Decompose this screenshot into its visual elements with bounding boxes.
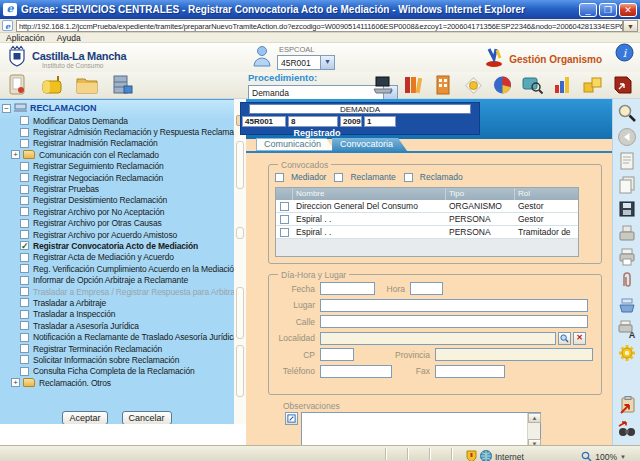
reclamado-checkbox[interactable]: [404, 173, 413, 182]
expand-icon[interactable]: +: [11, 378, 20, 387]
zoom-control[interactable]: 100% ▼: [581, 448, 626, 461]
provincia-input[interactable]: [435, 348, 593, 361]
mediador-checkbox[interactable]: [275, 173, 284, 182]
observaciones-textarea[interactable]: [302, 413, 527, 449]
puzzle-icon[interactable]: [580, 73, 606, 97]
checkbox[interactable]: [20, 321, 29, 330]
scrollbar-handle[interactable]: [236, 227, 244, 239]
attachment-icon[interactable]: [616, 270, 638, 291]
checkbox[interactable]: [20, 344, 29, 353]
find-return-icon[interactable]: [616, 418, 638, 439]
telefono-input[interactable]: [320, 365, 392, 378]
checkbox[interactable]: [20, 298, 29, 307]
tree-item[interactable]: Registrar Acta de Mediación y Acuerdo: [0, 252, 234, 263]
collapse-icon[interactable]: −: [2, 104, 11, 113]
tree-item[interactable]: Reg. Verificación Cumplimiento Acuerdo e…: [0, 263, 234, 274]
organization-building-icon[interactable]: [430, 73, 456, 97]
pie-chart-icon[interactable]: [490, 73, 516, 97]
tree-item[interactable]: Solicitar Información sobre Reclamación: [0, 354, 234, 365]
scanner-icon[interactable]: [616, 294, 638, 315]
tree-item[interactable]: Notificación a Reclamante de Traslado As…: [0, 331, 234, 342]
localidad-input[interactable]: [320, 332, 556, 345]
copy-docs-icon[interactable]: [616, 174, 638, 195]
info-icon[interactable]: i: [615, 43, 634, 66]
tree-item[interactable]: Registrar Pruebas: [0, 183, 234, 194]
minimize-button[interactable]: _: [579, 3, 597, 17]
aceptar-button[interactable]: Aceptar: [62, 411, 107, 424]
tree-item[interactable]: Registrar Negociación Reclamación: [0, 172, 234, 183]
tab-comunicacion[interactable]: Comunicación: [256, 138, 335, 151]
tree-item-selected[interactable]: Registrar Convocatoria Acto de Mediación: [0, 240, 234, 251]
textarea-scrollbar[interactable]: ▲ ▼: [527, 413, 540, 449]
tree-item[interactable]: Consulta Ficha Completa de la Reclamació…: [0, 366, 234, 377]
back-icon[interactable]: [616, 126, 638, 147]
checkbox[interactable]: [20, 185, 29, 194]
scrollbar-handle[interactable]: [236, 287, 244, 339]
localidad-search-button[interactable]: [558, 332, 571, 345]
table-row[interactable]: Direccion General Del Consumo ORGANISMO …: [276, 200, 578, 213]
table-row[interactable]: Espiral . . PERSONA Tramitador de: [276, 226, 578, 239]
localidad-clear-button[interactable]: ✕: [573, 332, 586, 345]
note-doc-icon[interactable]: [616, 150, 638, 171]
restore-button[interactable]: ❐: [599, 3, 617, 17]
tree-item[interactable]: Trasladar a Arbitraje: [0, 297, 234, 308]
checkbox[interactable]: [20, 355, 29, 364]
row-checkbox[interactable]: [280, 215, 289, 224]
menu-aplicacion[interactable]: Aplicación: [6, 33, 45, 43]
save-icon[interactable]: [616, 198, 638, 219]
tree-item[interactable]: Registrar Terminación Reclamación: [0, 343, 234, 354]
tree-item[interactable]: Registrar Archivo por Acuerdo Amistoso: [0, 229, 234, 240]
checkbox[interactable]: [20, 367, 29, 376]
checkbox[interactable]: [20, 253, 29, 262]
tree-item[interactable]: Trasladar a Asesoría Jurídica: [0, 320, 234, 331]
fax-icon[interactable]: [616, 222, 638, 243]
hora-input[interactable]: [410, 282, 443, 295]
tree-item[interactable]: Trasladar a Inspección: [0, 309, 234, 320]
row-checkbox[interactable]: [280, 228, 289, 237]
folder-icon[interactable]: [74, 73, 100, 97]
binders-icon[interactable]: [400, 73, 426, 97]
checkbox[interactable]: [20, 219, 29, 228]
printer-icon[interactable]: [616, 246, 638, 267]
tree-folder-item[interactable]: +Reclamación. Otros: [0, 377, 234, 388]
settings-gear-icon[interactable]: [616, 342, 638, 363]
fax-input[interactable]: [435, 365, 505, 378]
tree-item[interactable]: Registrar Desistimiento Reclamación: [0, 195, 234, 206]
checkbox[interactable]: [20, 139, 29, 148]
table-row[interactable]: Espiral . . PERSONA Gestor: [276, 213, 578, 226]
search-records-icon[interactable]: [520, 73, 546, 97]
scroll-up-icon[interactable]: ▲: [528, 413, 541, 423]
fecha-input[interactable]: [320, 282, 375, 295]
reclamante-checkbox[interactable]: [334, 173, 343, 182]
tree-item[interactable]: Informar de Opción Arbitraje a Reclamant…: [0, 274, 234, 285]
scrollbar-handle[interactable]: [236, 345, 244, 397]
user-select[interactable]: 45R001 ▼: [277, 55, 335, 70]
print-font-icon[interactable]: A: [616, 318, 638, 339]
tree-item[interactable]: Registrar Archivo por Otras Causas: [0, 218, 234, 229]
splitter[interactable]: [234, 99, 246, 424]
tasks-return-icon[interactable]: [616, 394, 638, 415]
checkbox[interactable]: [20, 173, 29, 182]
tree-item[interactable]: Registrar Inadmisión Reclamación: [0, 138, 234, 149]
tree-item[interactable]: Registrar Archivo por No Aceptación: [0, 206, 234, 217]
tree-item[interactable]: Registrar Admisión Reclamación y Respues…: [0, 126, 234, 137]
cp-input[interactable]: [320, 348, 354, 361]
menu-ayuda[interactable]: Ayuda: [57, 33, 81, 43]
badge-icon[interactable]: [460, 73, 486, 97]
mailbox-icon[interactable]: [39, 73, 65, 97]
checkbox[interactable]: [20, 276, 29, 285]
checkbox[interactable]: [20, 207, 29, 216]
tree-item[interactable]: Registrar Seguimiento Reclamación: [0, 161, 234, 172]
checkbox[interactable]: [20, 333, 29, 342]
computer-icon[interactable]: [370, 73, 396, 97]
tree-folder-item[interactable]: +Comunicación con el Reclamado: [0, 149, 234, 160]
certificate-clipboard-icon[interactable]: [4, 73, 30, 97]
checkbox[interactable]: [20, 230, 29, 239]
cancelar-button[interactable]: Cancelar: [122, 411, 172, 424]
row-checkbox[interactable]: [280, 202, 289, 211]
checkbox[interactable]: [20, 310, 29, 319]
checkbox[interactable]: [20, 162, 29, 171]
zoom-search-icon[interactable]: [616, 102, 638, 123]
url-dropdown-button[interactable]: ▼: [623, 20, 638, 32]
checkbox[interactable]: [20, 196, 29, 205]
